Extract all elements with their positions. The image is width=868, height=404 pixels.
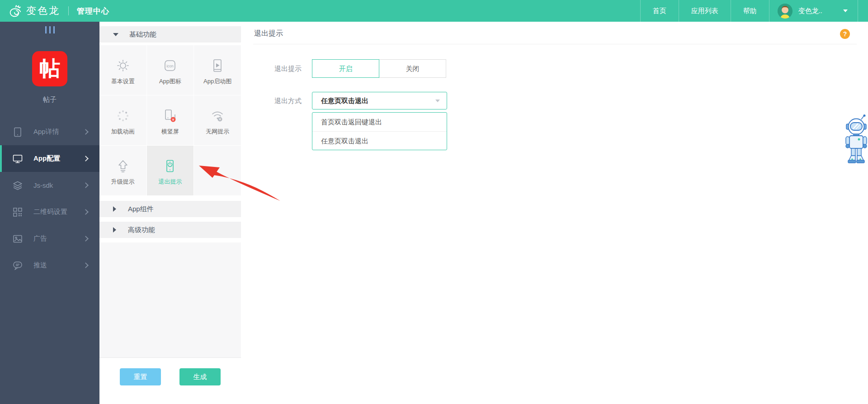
grid-item-app-icon[interactable]: icon App图标: [147, 45, 194, 95]
exit-prompt-row: 退出提示 开启 关闭: [274, 59, 446, 78]
app-name: 帖子: [0, 95, 99, 104]
chevron-right-icon: [83, 236, 89, 242]
exit-prompt-label: 退出提示: [274, 59, 310, 78]
grid-item-label: 横竖屏: [161, 128, 179, 136]
exit-mode-value: 任意页双击退出: [321, 97, 368, 105]
exit-mode-label: 退出方式: [274, 92, 310, 109]
dropdown-option-home-double-back[interactable]: 首页双击返回键退出: [312, 113, 447, 131]
function-panel: 基础功能 基本设置 icon App图标: [99, 22, 241, 404]
chameleon-logo-icon: [7, 3, 23, 19]
nav-app-list[interactable]: 应用列表: [679, 0, 731, 22]
exit-mode-dropdown: 首页双击返回键退出 任意页双击退出: [312, 112, 447, 150]
user-menu[interactable]: 变色龙..: [769, 0, 858, 22]
grid-item-label: App启动图: [203, 77, 231, 86]
chevron-down-icon: [435, 100, 440, 102]
grid-item-orientation[interactable]: ¥ 横竖屏: [147, 95, 194, 145]
nav-home[interactable]: 首页: [640, 0, 679, 22]
dropdown-option-any-page-double[interactable]: 任意页双击退出: [312, 131, 447, 150]
triangle-down-icon: [113, 33, 118, 36]
toggle-on-button[interactable]: 开启: [312, 59, 379, 78]
nav-help[interactable]: 帮助: [731, 0, 769, 22]
grid-item-loading-animation[interactable]: 加载动画: [99, 95, 146, 145]
qrcode-icon: [12, 207, 23, 218]
section-basic-functions[interactable]: 基础功能: [99, 26, 241, 43]
image-icon: [12, 233, 23, 244]
avatar: [778, 4, 793, 19]
chevron-right-icon: [83, 129, 89, 135]
gear-icon: [115, 55, 131, 73]
chevron-right-icon: [83, 262, 89, 268]
toggle-off-button[interactable]: 关闭: [379, 59, 446, 78]
sidebar-menu: App详情 App配置 Js-sdk 二维码设置: [0, 119, 99, 279]
monitor-icon: [12, 153, 23, 164]
paid-badge: ¥: [171, 117, 176, 122]
grid-item-label: App图标: [159, 77, 181, 86]
sidebar-item-label: Js-sdk: [33, 181, 84, 189]
section-label: 高级功能: [128, 226, 155, 234]
chat-icon: [12, 260, 23, 271]
upgrade-arrow-icon: [115, 156, 131, 174]
tablet-icon: [12, 127, 23, 138]
topbar-spacer: [858, 0, 868, 22]
grid-item-label: 升级提示: [111, 178, 135, 186]
generate-button[interactable]: 生成: [179, 368, 221, 385]
sidebar-item-app-config[interactable]: App配置: [0, 145, 99, 172]
grid-item-no-network[interactable]: ¥ 无网提示: [194, 95, 241, 145]
exit-mode-select[interactable]: 任意页双击退出: [312, 92, 447, 109]
grid-item-label: 无网提示: [206, 128, 229, 136]
section-label: App组件: [128, 205, 154, 214]
sidebar-item-label: 广告: [33, 234, 84, 243]
username: 变色龙..: [798, 7, 822, 15]
chevron-right-icon: [83, 182, 89, 188]
sidebar-item-qrcode-settings[interactable]: 二维码设置: [0, 199, 99, 225]
paid-badge-gray: ¥: [218, 117, 222, 121]
grid-item-splash-screen[interactable]: App启动图: [194, 45, 241, 95]
exit-prompt-toggle: 开启 关闭: [312, 59, 446, 78]
collapse-menu-icon[interactable]: [0, 26, 99, 33]
grid-item-label: 退出提示: [158, 178, 182, 186]
sidebar-item-label: App详情: [33, 128, 84, 136]
sidebar-item-ads[interactable]: 广告: [0, 225, 99, 252]
exit-power-icon: [162, 156, 178, 174]
chevron-down-icon: [843, 10, 848, 12]
grid-item-empty: [194, 146, 241, 195]
layers-icon: [12, 180, 23, 191]
sidebar-item-label: 推送: [33, 261, 84, 270]
svg-text:icon: icon: [167, 63, 174, 68]
grid-item-upgrade-prompt[interactable]: 升级提示: [99, 146, 146, 195]
section-label: 基础功能: [129, 30, 156, 39]
app-logo-char: 帖: [39, 55, 60, 83]
no-network-icon: ¥: [210, 105, 225, 124]
app-icon-placeholder: icon: [162, 55, 178, 73]
panel-footer: 重置 生成: [99, 357, 241, 404]
sidebar-item-js-sdk[interactable]: Js-sdk: [0, 172, 99, 199]
grid-item-label: 加载动画: [111, 128, 135, 136]
page-title: 退出提示: [254, 29, 283, 38]
orientation-icon: ¥: [162, 105, 178, 124]
astronaut-mascot[interactable]: [843, 114, 868, 167]
loading-spinner-icon: [115, 105, 131, 124]
chevron-right-icon: [83, 209, 89, 215]
sidebar-item-label: 二维码设置: [33, 208, 84, 216]
grid-item-exit-prompt[interactable]: 退出提示: [147, 146, 194, 195]
app-logo[interactable]: 帖: [32, 51, 67, 86]
sidebar-item-push[interactable]: 推送: [0, 252, 99, 279]
main-content: 退出提示 ? 退出提示 开启 关闭 退出方式 任意页双击退出 首页双击返回键退出…: [241, 22, 868, 404]
topbar: 变色龙 管理中心 首页 应用列表 帮助 变色龙..: [0, 0, 868, 22]
help-icon[interactable]: ?: [840, 29, 850, 39]
section-app-components[interactable]: App组件: [99, 201, 241, 217]
grid-item-label: 基本设置: [111, 77, 135, 86]
section-advanced-functions[interactable]: 高级功能: [99, 222, 241, 238]
panel-filler: [99, 242, 241, 357]
reset-button[interactable]: 重置: [120, 368, 161, 385]
logo-text: 变色龙: [26, 4, 60, 18]
splash-screen-icon: [210, 55, 225, 73]
sidebar: 帖 帖子 App详情 App配置 Js-sdk: [0, 22, 99, 404]
sidebar-item-app-details[interactable]: App详情: [0, 119, 99, 145]
svg-text:¥: ¥: [172, 118, 175, 122]
chevron-right-icon: [83, 156, 89, 162]
exit-mode-row: 退出方式 任意页双击退出: [274, 92, 447, 109]
brand[interactable]: 变色龙: [0, 3, 60, 19]
topbar-title: 管理中心: [77, 6, 109, 16]
grid-item-basic-settings[interactable]: 基本设置: [99, 45, 146, 95]
